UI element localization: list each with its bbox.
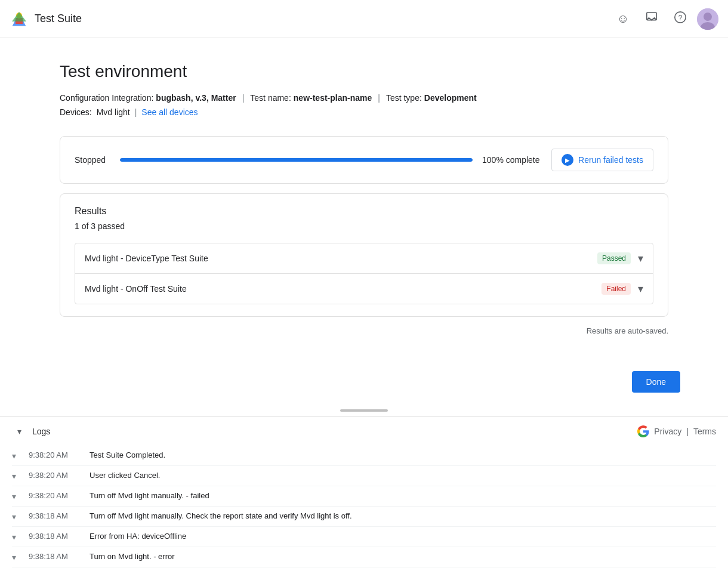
devices-label: Devices: [60,107,92,117]
log-time: 9:38:20 AM [29,471,82,480]
separator-1: | [242,93,245,103]
results-summary: 1 of 3 passed [75,221,653,231]
test-name-value: new-test-plan-name [294,93,372,103]
logs-title: Logs [32,427,50,436]
privacy-link[interactable]: Privacy [654,427,681,436]
done-row: Done [48,359,680,405]
log-entries: ▾ 9:38:20 AM Test Suite Completed. ▾ 9:3… [0,446,728,574]
progress-row: Stopped 100% complete ▶ Rerun failed tes… [75,149,653,171]
auto-saved-text: Results are auto-saved. [60,326,668,347]
log-chevron-icon: ▾ [12,553,21,562]
header-right: ☺ ? [611,7,718,31]
status-badge: Passed [597,252,631,264]
test-type-label: Test type: [386,93,422,103]
log-message: Turn off Mvd light manually. - failed [90,491,209,500]
test-item[interactable]: Mvd light - DeviceType Test Suite Passed… [75,243,653,274]
log-entry: ▾ 9:38:17 AM Turn on Mvd light. Check th… [12,567,716,574]
chevron-down-icon: ▾ [17,427,21,436]
chevron-down-icon: ▾ [638,252,643,265]
progress-card: Stopped 100% complete ▶ Rerun failed tes… [60,136,668,184]
smiley-icon: ☺ [617,12,629,26]
integration-label: Integration: [112,93,153,103]
terms-link[interactable]: Terms [693,427,716,436]
help-icon: ? [674,11,687,27]
main-content: Test environment Configuration Integrati… [48,38,680,359]
log-chevron-icon: ▾ [12,492,21,501]
progress-percent-label: 100% complete [482,155,542,165]
results-title: Results [75,206,653,217]
progress-bar-fill [120,158,473,162]
footer-separator: | [686,427,689,436]
app-logo-icon [10,10,29,29]
logs-right: Privacy | Terms [637,425,716,437]
test-list: Mvd light - DeviceType Test Suite Passed… [75,243,653,304]
devices-row: Devices: Mvd light | See all devices [60,107,668,117]
test-name: Mvd light - OnOff Test Suite [85,284,187,294]
svg-text:?: ? [678,14,683,22]
log-message: Turn off Mvd light manually. Check the r… [90,511,352,520]
progress-bar-container [120,158,473,162]
rerun-failed-tests-button[interactable]: ▶ Rerun failed tests [551,149,653,171]
test-right: Passed ▾ [597,252,643,265]
smiley-button[interactable]: ☺ [611,7,635,31]
log-entry: ▾ 9:38:20 AM User clicked Cancel. [12,466,716,486]
google-logo-icon [637,425,649,437]
log-chevron-icon: ▾ [12,451,21,461]
log-time: 9:38:18 AM [29,552,82,561]
log-message: User clicked Cancel. [90,471,161,480]
see-all-devices-link[interactable]: See all devices [141,107,198,117]
logs-left: ▾ Logs [12,424,50,439]
log-time: 9:38:18 AM [29,532,82,541]
log-message: Test Suite Completed. [90,450,165,459]
log-entry: ▾ 9:38:20 AM Turn off Mvd light manually… [12,486,716,507]
log-chevron-icon: ▾ [12,532,21,542]
done-button[interactable]: Done [632,371,680,393]
logs-toggle-button[interactable]: ▾ [12,424,26,439]
scroll-pill [340,409,388,412]
test-right: Failed ▾ [601,282,643,295]
status-badge: Failed [601,283,631,295]
log-chevron-icon: ▾ [12,471,21,481]
svg-point-9 [704,13,712,21]
test-type-value: Development [424,93,477,103]
svg-marker-4 [12,12,26,21]
progress-status: Stopped [75,155,110,165]
log-entry: ▾ 9:38:20 AM Test Suite Completed. [12,446,716,466]
log-time: 9:38:20 AM [29,450,82,459]
config-row: Configuration Integration: bugbash, v.3,… [60,93,668,103]
play-icon: ▶ [562,154,573,166]
config-label: Configuration [60,93,109,103]
log-message: Error from HA: deviceOffline [90,532,186,541]
devices-separator: | [135,107,137,117]
rerun-label: Rerun failed tests [578,155,643,165]
log-entry: ▾ 9:38:18 AM Error from HA: deviceOfflin… [12,527,716,547]
devices-value: Mvd light [97,107,130,117]
chat-icon [645,11,658,27]
chevron-down-icon: ▾ [638,282,643,295]
log-time: 9:38:18 AM [29,511,82,520]
app-title: Test Suite [35,13,82,25]
log-time: 9:38:20 AM [29,491,82,500]
chat-button[interactable] [640,7,664,31]
log-entry: ▾ 9:38:18 AM Turn off Mvd light manually… [12,507,716,527]
separator-2: | [378,93,380,103]
test-name-label: Test name: [250,93,291,103]
log-entry: ▾ 9:38:18 AM Turn on Mvd light. - error [12,547,716,567]
help-button[interactable]: ? [668,7,692,31]
logs-header: ▾ Logs Privacy | Terms [0,416,728,446]
header-left: Test Suite [10,10,82,29]
app-header: Test Suite ☺ ? [0,0,728,38]
log-message: Turn on Mvd light. - error [90,552,175,561]
integration-value: bugbash, v.3, Matter [156,93,236,103]
test-name: Mvd light - DeviceType Test Suite [85,254,208,263]
scroll-handle [0,405,728,416]
results-card: Results 1 of 3 passed Mvd light - Device… [60,193,668,317]
log-chevron-icon: ▾ [12,512,21,521]
test-item[interactable]: Mvd light - OnOff Test Suite Failed ▾ [75,274,653,304]
user-avatar[interactable] [697,8,718,30]
page-title: Test environment [60,62,668,81]
